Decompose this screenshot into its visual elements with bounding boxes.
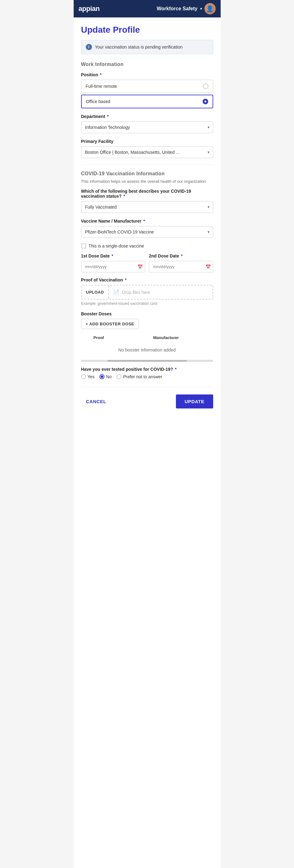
covid-test-radio-no[interactable] [100, 374, 104, 379]
covid-test-radio-row: Yes No Prefer not to answer [81, 374, 213, 379]
covid-test-label-yes: Yes [88, 374, 95, 379]
covid-test-radio-yes[interactable] [81, 374, 86, 379]
covid-test-label-prefer-not: Prefer not to answer [123, 374, 162, 379]
info-banner: i Your vaccination status is pending ver… [81, 40, 213, 54]
covid-test-radio-prefer-not[interactable] [116, 374, 121, 379]
covid-section-title: COVID-19 Vaccination Information [81, 171, 213, 177]
work-section-title: Work Information [81, 62, 213, 67]
position-label: Position * [81, 72, 213, 77]
app-title: Workforce Safety [157, 6, 197, 11]
second-dose-label: 2nd Dose Date * [149, 253, 213, 258]
dose-dates-row: 1st Dose Date * 📅 2nd Dose Date * 📅 [81, 253, 213, 272]
main-content: Update Profile i Your vaccination status… [74, 18, 221, 868]
position-option-label-office: Office based [86, 99, 110, 104]
vaccine-name-select-wrapper: Pfizer-BioNTech COVID-19 Vaccine Moderna… [81, 226, 213, 238]
booster-scrollbar-thumb[interactable] [108, 360, 187, 362]
vaccination-status-label: Which of the following best describes yo… [81, 189, 213, 198]
upload-hint: Example: government-issued vaccination c… [81, 301, 213, 306]
vaccine-name-select[interactable]: Pfizer-BioNTech COVID-19 Vaccine Moderna… [81, 226, 213, 238]
appian-logo: appian [79, 5, 100, 13]
covid-section: COVID-19 Vaccination Information This in… [81, 164, 213, 379]
position-radio-remote[interactable] [203, 84, 209, 89]
dropdown-icon[interactable]: ▾ [200, 6, 202, 11]
booster-scrollbar[interactable] [81, 360, 213, 362]
booster-table-header: Proof Manufacturer [81, 333, 213, 342]
app-header: appian Workforce Safety ▾ [74, 0, 221, 18]
cancel-button[interactable]: CANCEL [81, 395, 112, 408]
file-icon: 📄 [113, 289, 119, 295]
covid-test-option-no[interactable]: No [100, 374, 112, 379]
booster-section: Booster Doses + ADD BOOSTER DOSE Proof M… [81, 311, 213, 362]
info-banner-text: Your vaccination status is pending verif… [95, 44, 183, 50]
covid-test-option-prefer-not[interactable]: Prefer not to answer [116, 374, 162, 379]
booster-empty-message: No booster information added [81, 342, 213, 358]
vaccine-name-label: Vaccine Name / Manufacturer * [81, 219, 213, 223]
covid-test-label: Have you ever tested positive for COVID-… [81, 367, 213, 372]
first-dose-date-col: 1st Dose Date * 📅 [81, 253, 145, 272]
page-title: Update Profile [81, 25, 213, 35]
covid-test-label-no: No [106, 374, 112, 379]
booster-col-proof-header: Proof [81, 335, 153, 340]
covid-test-field-group: Have you ever tested positive for COVID-… [81, 367, 213, 379]
single-dose-checkbox[interactable] [81, 244, 86, 248]
position-option-office-based[interactable]: Office based [81, 95, 213, 108]
info-icon: i [86, 44, 92, 50]
proof-vaccination-field-group: Proof of Vaccination * UPLOAD 📄 Drop fil… [81, 277, 213, 306]
primary-facility-label: Primary Facility [81, 139, 213, 144]
first-dose-input[interactable] [81, 261, 145, 272]
position-radio-office[interactable] [203, 99, 208, 104]
second-dose-date-col: 2nd Dose Date * 📅 [149, 253, 213, 272]
first-dose-calendar-icon[interactable]: 📅 [137, 264, 143, 269]
single-dose-checkbox-row[interactable]: This is a single-dose vaccine [81, 244, 213, 248]
upload-button[interactable]: UPLOAD [82, 286, 109, 298]
position-option-full-time-remote[interactable]: Full-time remote [81, 80, 213, 93]
upload-area: UPLOAD 📄 Drop files here [81, 285, 213, 300]
work-information-section: Work Information Position * Full-time re… [81, 62, 213, 158]
second-dose-calendar-icon[interactable]: 📅 [206, 264, 211, 269]
avatar[interactable] [205, 3, 216, 14]
department-select-wrapper: Information Technology Engineering Marke… [81, 121, 213, 133]
second-dose-input[interactable] [149, 261, 213, 272]
add-booster-button[interactable]: + ADD BOOSTER DOSE [81, 319, 139, 329]
primary-facility-select[interactable]: Boston Office | Boston, Massachusetts, U… [81, 146, 213, 158]
first-dose-input-wrapper: 📅 [81, 261, 145, 272]
position-field-group: Position * Full-time remote Office based [81, 72, 213, 108]
proof-vaccination-label: Proof of Vaccination * [81, 277, 213, 282]
booster-col-manufacturer-header: Manufacturer [153, 335, 213, 340]
primary-facility-select-wrapper: Boston Office | Boston, Massachusetts, U… [81, 146, 213, 158]
covid-description: This information helps us assess the ove… [81, 179, 213, 184]
department-field-group: Department * Information Technology Engi… [81, 114, 213, 133]
department-label: Department * [81, 114, 213, 119]
covid-test-option-yes[interactable]: Yes [81, 374, 95, 379]
vaccination-status-select-wrapper: Fully Vaccinated Partially Vaccinated No… [81, 201, 213, 213]
footer-buttons: CANCEL UPDATE [81, 395, 213, 408]
first-dose-label: 1st Dose Date * [81, 253, 145, 258]
update-button[interactable]: UPDATE [176, 395, 213, 408]
booster-title: Booster Doses [81, 311, 213, 316]
position-option-label-remote: Full-time remote [86, 84, 117, 89]
drop-area: 📄 Drop files here [109, 285, 212, 299]
single-dose-label: This is a single-dose vaccine [88, 244, 144, 248]
department-select[interactable]: Information Technology Engineering Marke… [81, 121, 213, 133]
vaccination-status-select[interactable]: Fully Vaccinated Partially Vaccinated No… [81, 201, 213, 213]
vaccination-status-field-group: Which of the following best describes yo… [81, 189, 213, 213]
primary-facility-field-group: Primary Facility Boston Office | Boston,… [81, 139, 213, 158]
vaccine-name-field-group: Vaccine Name / Manufacturer * Pfizer-Bio… [81, 219, 213, 238]
second-dose-input-wrapper: 📅 [149, 261, 213, 272]
drop-label: Drop files here [122, 290, 150, 295]
